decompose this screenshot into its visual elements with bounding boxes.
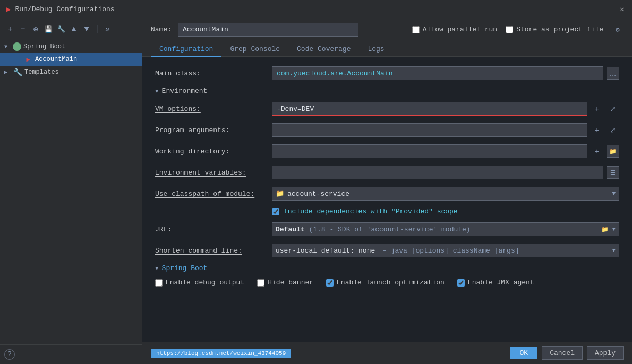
enable-jmx-checkbox[interactable] — [457, 279, 465, 287]
springboot-group-label: Spring Boot — [23, 43, 65, 50]
save-config-button[interactable]: 💾 — [42, 24, 54, 36]
name-label: Name: — [151, 25, 172, 33]
program-args-value: + ⤢ — [272, 123, 619, 137]
move-down-button[interactable]: ▼ — [81, 24, 92, 36]
toolbar-separator: | — [95, 25, 100, 34]
env-vars-label: Environment variables: — [155, 169, 272, 177]
watermark-link[interactable]: https://blog.csdn.net/weixin_43744059 — [151, 349, 291, 358]
environment-section-header: ▼ Environment — [155, 87, 619, 95]
enable-debug-label: Enable debug output — [166, 279, 244, 287]
tree-area: ▼ Spring Boot ▶ AccountMain ▶ 🔧 Template… — [0, 38, 142, 344]
wrench-button[interactable]: 🔧 — [55, 24, 67, 36]
store-as-project-label: Store as project file — [516, 25, 603, 33]
add-config-button[interactable]: + — [4, 24, 16, 36]
include-deps-checkbox[interactable] — [272, 208, 279, 215]
module-dropdown-arrow: ▼ — [612, 190, 616, 197]
sidebar-toolbar: + − ⊕ 💾 🔧 ▲ ▼ | » — [0, 21, 142, 38]
ok-button[interactable]: OK — [510, 347, 538, 359]
program-args-input[interactable] — [272, 123, 587, 137]
env-vars-row: Environment variables: ☰ — [155, 165, 619, 180]
tree-item-accountmain[interactable]: ▶ AccountMain — [0, 53, 142, 66]
tree-templates-group[interactable]: ▶ 🔧 Templates — [0, 66, 142, 79]
enable-launch-checkbox[interactable] — [326, 279, 334, 287]
templates-arrow: ▶ — [4, 69, 11, 75]
classpath-module-label: Use classpath of module: — [155, 190, 272, 198]
classpath-module-label-text: Use classpath of module: — [155, 190, 254, 198]
classpath-module-row: Use classpath of module: 📁 account-servi… — [155, 186, 619, 201]
tab-configuration[interactable]: Configuration — [151, 43, 221, 57]
settings-gear-icon[interactable]: ⚙ — [612, 24, 624, 36]
cancel-button[interactable]: Cancel — [542, 346, 583, 360]
watermark-area: https://blog.csdn.net/weixin_43744059 — [151, 349, 506, 358]
enable-debug-checkbox-item[interactable]: Enable debug output — [155, 279, 244, 287]
bottom-action-bar: https://blog.csdn.net/weixin_43744059 OK… — [142, 342, 632, 364]
tab-grep-console[interactable]: Grep Console — [221, 43, 288, 57]
vm-options-label: VM options: — [155, 105, 272, 113]
program-args-expand-button[interactable]: ⤢ — [607, 124, 619, 136]
vm-options-expand-button[interactable]: ⤢ — [607, 102, 619, 115]
enable-launch-checkbox-item[interactable]: Enable launch optimization — [326, 279, 445, 287]
module-select[interactable]: 📁 account-service ▼ — [272, 187, 619, 201]
shorten-value-text: user-local default: none — [276, 247, 375, 255]
main-class-input[interactable] — [272, 66, 603, 80]
name-bar: Name: Allow parallel run Store as projec… — [142, 19, 632, 40]
allow-parallel-checkbox[interactable] — [412, 26, 420, 33]
module-text: account-service — [287, 190, 609, 198]
jre-bold-text: Default — [276, 226, 305, 233]
shorten-cmd-row: Shorten command line: user-local default… — [155, 243, 619, 258]
remove-config-button[interactable]: − — [17, 24, 29, 36]
working-dir-add-button[interactable]: + — [591, 145, 603, 158]
main-class-more-button[interactable]: … — [607, 67, 619, 80]
title-text: Run/Debug Configurations — [15, 5, 114, 13]
working-dir-label-text: Working directory: — [155, 148, 229, 155]
help-button[interactable]: ? — [4, 349, 15, 360]
shorten-select[interactable]: user-local default: none – java [options… — [272, 244, 619, 257]
tab-logs[interactable]: Logs — [359, 43, 392, 57]
main-class-label: Main class: — [155, 70, 272, 77]
environment-arrow[interactable]: ▼ — [155, 88, 159, 94]
program-args-add-button[interactable]: + — [591, 124, 603, 136]
more-button[interactable]: » — [102, 24, 114, 36]
tab-code-coverage[interactable]: Code Coverage — [288, 43, 359, 57]
store-as-project-checkbox[interactable] — [506, 26, 513, 33]
tree-springboot-group[interactable]: ▼ Spring Boot — [0, 40, 142, 53]
shorten-cmd-label-text: Shorten command line: — [155, 247, 242, 255]
env-vars-edit-button[interactable]: ☰ — [607, 166, 619, 179]
allow-parallel-checkbox-item[interactable]: Allow parallel run — [412, 25, 497, 33]
jre-normal-text: (1.8 - SDK of 'account-service' module) — [309, 226, 470, 233]
close-button[interactable]: ✕ — [618, 6, 626, 13]
environment-label: Environment — [162, 87, 208, 95]
name-left: Name: — [151, 23, 358, 37]
accountmain-label: AccountMain — [35, 56, 77, 63]
program-args-label-text: Program arguments: — [155, 126, 229, 134]
working-dir-label: Working directory: — [155, 148, 272, 155]
hide-banner-checkbox-item[interactable]: Hide banner — [257, 279, 313, 287]
jre-label: JRE: — [155, 226, 272, 233]
springboot-checkboxes: Enable debug output Hide banner Enable l… — [155, 279, 619, 287]
main-container: + − ⊕ 💾 🔧 ▲ ▼ | » ▼ Spring Boot ▶ Accoun… — [0, 19, 632, 364]
shorten-text: user-local default: none – java [options… — [276, 247, 612, 255]
app-icon: ▶ — [6, 5, 11, 14]
enable-jmx-checkbox-item[interactable]: Enable JMX agent — [457, 279, 534, 287]
copy-config-button[interactable]: ⊕ — [30, 24, 41, 36]
vm-options-input[interactable] — [272, 102, 587, 116]
env-vars-input[interactable] — [272, 166, 603, 179]
vm-options-add-button[interactable]: + — [591, 102, 603, 115]
classpath-module-value: 📁 account-service ▼ — [272, 187, 619, 201]
working-dir-browse-button[interactable]: 📁 — [607, 145, 619, 158]
springboot-section-arrow[interactable]: ▼ — [155, 265, 159, 272]
hide-banner-checkbox[interactable] — [257, 279, 264, 287]
working-dir-row: Working directory: + 📁 — [155, 144, 619, 159]
jre-value: Default (1.8 - SDK of 'account-service' … — [272, 222, 619, 236]
name-input[interactable] — [178, 23, 358, 37]
enable-debug-checkbox[interactable] — [155, 279, 163, 287]
store-as-project-checkbox-item[interactable]: Store as project file — [506, 25, 603, 33]
move-up-button[interactable]: ▲ — [68, 24, 80, 36]
templates-label: Templates — [24, 68, 59, 76]
working-dir-value: + 📁 — [272, 144, 619, 158]
jre-label-text: JRE: — [155, 226, 172, 233]
jre-select[interactable]: Default (1.8 - SDK of 'account-service' … — [272, 222, 619, 236]
apply-button[interactable]: Apply — [587, 346, 624, 360]
working-dir-input[interactable] — [272, 144, 587, 158]
jre-text: Default (1.8 - SDK of 'account-service' … — [276, 226, 598, 233]
